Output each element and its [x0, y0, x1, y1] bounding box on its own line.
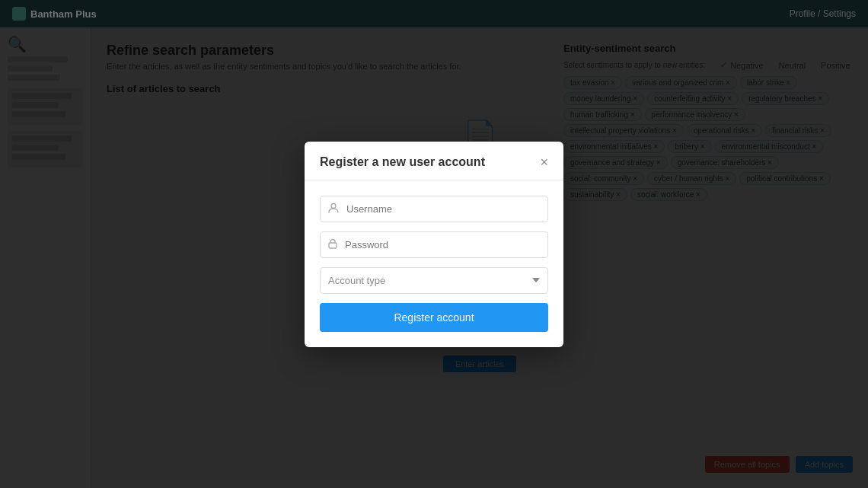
password-input[interactable] — [345, 232, 547, 257]
register-modal: Register a new user account × — [305, 142, 563, 347]
password-input-wrapper — [320, 231, 548, 258]
register-account-button[interactable]: Register account — [320, 303, 548, 332]
modal-body: Account typeAdminStandardRead-only Regis… — [305, 180, 563, 347]
modal-overlay: Register a new user account × — [0, 0, 868, 488]
username-input-wrapper — [320, 196, 548, 222]
svg-point-0 — [331, 203, 336, 208]
modal-header: Register a new user account × — [305, 142, 563, 180]
account-type-select[interactable]: Account typeAdminStandardRead-only — [320, 267, 548, 294]
lock-icon — [321, 238, 345, 251]
username-input[interactable] — [346, 196, 547, 222]
close-button[interactable]: × — [540, 155, 548, 169]
user-icon — [321, 203, 346, 215]
modal-title: Register a new user account — [320, 155, 485, 169]
svg-rect-1 — [329, 243, 337, 248]
